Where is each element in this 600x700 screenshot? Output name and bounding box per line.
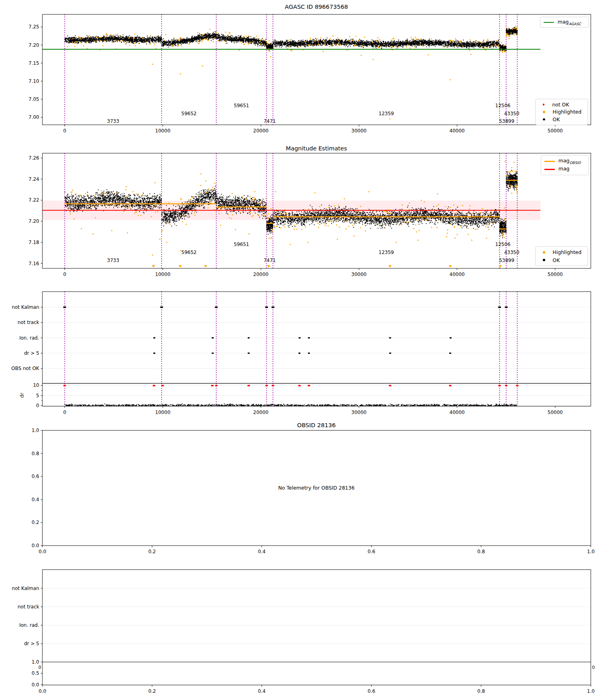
dr-clipped-red (389, 385, 391, 386)
flag-dr-gt5 (449, 352, 451, 354)
flag-dr-gt5 (212, 352, 214, 354)
dr-tick-label: 1.0 (32, 659, 39, 665)
x-tick-label: 10000 (155, 128, 170, 134)
x-tick-label: 0.2 (148, 549, 156, 554)
dr-clipped-red (215, 385, 218, 386)
dr-clipped-red (308, 385, 310, 386)
x-tick-label: 30000 (351, 128, 366, 134)
obsid-label: 3733 (107, 258, 120, 263)
y-tick-label: 7.00 (28, 114, 39, 120)
dr-tick-label: 0 (36, 403, 39, 408)
flag-row-label: not Kalman (12, 304, 39, 310)
flag-ion-rad (299, 337, 301, 338)
scatter-points-ok (64, 34, 162, 44)
legend-label: mag (558, 166, 570, 173)
flag-row-label: Ion. rad. (19, 335, 39, 341)
panel1-legend-mag-agasc[interactable]: magAGASC (540, 17, 589, 28)
legend-item-mag-agasc: magAGASC (544, 19, 584, 26)
scatter-points-ok (499, 218, 507, 238)
flag-dr-gt5 (298, 352, 300, 354)
flag-row-label: dr > 5 (24, 641, 39, 646)
dr-clipped-red (64, 385, 66, 386)
x-tick-label: 1.0 (587, 549, 594, 554)
legend-item: Highlighted (539, 109, 584, 115)
x-tick-label: 20000 (253, 128, 268, 134)
scatter-points-ok (272, 38, 500, 50)
obsid-label: 59651 (234, 242, 249, 247)
obsid-label: 59652 (181, 250, 196, 255)
dr-clipped-red (272, 385, 274, 386)
y-tick-label: 7.20 (28, 42, 39, 48)
x-tick-label: 0 (63, 410, 66, 415)
obsid-label: 59652 (181, 111, 196, 116)
flag-dr-gt5 (248, 352, 250, 354)
dr-clipped-red (153, 385, 155, 386)
flag-not-kalman (63, 306, 66, 308)
panel2-legend-lines[interactable]: magOBSIDmag (541, 155, 589, 175)
flag-row-label: dr > 5 (24, 350, 39, 356)
dr-clipped-red (505, 385, 508, 386)
legend-marker-dot (543, 111, 545, 113)
legend-line-sample (544, 161, 555, 162)
x-tick-label: 10000 (155, 410, 170, 415)
x-tick-label: 10000 (155, 272, 170, 277)
legend-marker-dot (543, 118, 545, 121)
clipped-low-marker (267, 265, 270, 268)
panel1-title: AGASC ID 896673568 (285, 4, 348, 10)
legend-line-sample (544, 169, 555, 170)
clipped-low-marker (449, 265, 452, 268)
legend-label: OK (553, 257, 560, 263)
y-tick-label: 7.15 (28, 60, 39, 66)
flag-dr-gt5 (153, 352, 155, 354)
y-tick-label: 1.0 (32, 428, 39, 433)
clipped-low-marker (388, 265, 392, 268)
dr-clipped-red (498, 385, 501, 386)
x-tick-label: 30000 (351, 272, 366, 277)
flag-ion-rad (389, 337, 391, 338)
flag-row-label: not track (18, 604, 39, 610)
x-tick-label: 20000 (253, 410, 268, 415)
x-tick-label: 0.4 (258, 688, 266, 694)
x-tick-label: 0.0 (38, 688, 46, 694)
legend-item: mag (544, 166, 584, 173)
plots-svg: 3733596525965174711235912506433505389901… (0, 0, 600, 700)
legend-item: Highlighted (539, 249, 584, 255)
panel4-title: OBSID 28136 (297, 422, 336, 428)
legend-item: OK (539, 257, 584, 263)
legend-label: Highlighted (553, 109, 582, 115)
panel3-frame (42, 292, 591, 406)
y-tick-label: 7.26 (28, 155, 39, 161)
legend-label: magAGASC (558, 19, 581, 26)
obsid-label: 59651 (234, 103, 249, 108)
scatter-points-ok (161, 31, 217, 47)
obsid-label: 7471 (264, 118, 276, 124)
flag-row-label: Ion. rad. (19, 622, 39, 628)
legend-label: magOBSID (558, 158, 581, 165)
flag-row-label: not Kalman (12, 586, 39, 591)
dr-clipped-red (211, 385, 214, 386)
panel1-legend-markers[interactable]: not OKHighlightedOK (535, 99, 588, 125)
obsid-label: 12359 (379, 250, 394, 255)
y-tick-label: 0.6 (32, 474, 39, 479)
panel2-legend-markers[interactable]: HighlightedOK (535, 246, 588, 266)
x-tick-label: 0.8 (477, 549, 485, 554)
x-tick-label: 0.6 (368, 688, 375, 694)
y-tick-label: 7.25 (28, 24, 39, 30)
flag-ion-rad (450, 337, 452, 338)
y-tick-label: 7.22 (28, 197, 39, 203)
clipped-low-marker (179, 265, 182, 268)
obsid-label: 3733 (107, 118, 120, 124)
dr-clipped-red (516, 385, 518, 386)
no-telemetry-message: No Telemetry for OBSID 28136 (278, 485, 355, 491)
y-tick-label: 7.05 (28, 96, 39, 102)
obsid-label: 53899 (499, 258, 514, 263)
x-tick-label: 0 (63, 128, 66, 134)
dr-clipped-red (248, 385, 250, 386)
x-tick-label: 50000 (548, 410, 563, 415)
flag-not-kalman (505, 306, 508, 308)
clipped-low-marker (204, 265, 207, 268)
x-tick-label: 50000 (548, 272, 563, 277)
dr-clipped-red (265, 385, 268, 386)
legend-label: not OK (552, 102, 569, 108)
dr-tick-label: 10 (33, 382, 39, 388)
